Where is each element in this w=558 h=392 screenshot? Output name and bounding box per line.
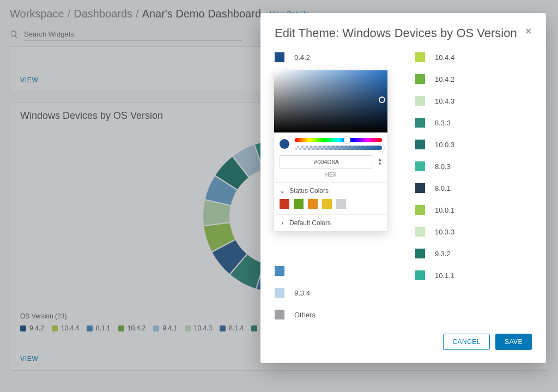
color-swatch[interactable] <box>415 205 425 215</box>
color-swatch[interactable] <box>415 227 425 237</box>
color-swatch[interactable] <box>415 74 425 84</box>
cancel-button[interactable]: CANCEL <box>443 334 490 350</box>
saturation-cursor[interactable] <box>379 97 385 103</box>
chevron-down-icon: ⌄ <box>280 188 285 194</box>
theme-item-label: 8.0.1 <box>435 184 451 192</box>
theme-item[interactable]: 9.3.2 <box>415 249 508 258</box>
theme-item-label: 10.0.1 <box>435 206 454 214</box>
chevron-right-icon: › <box>280 220 285 226</box>
theme-item[interactable]: 8.0.1 <box>415 183 508 193</box>
theme-item[interactable]: 8.3.3 <box>415 118 508 128</box>
color-swatch[interactable] <box>275 266 284 276</box>
theme-item-label: 9.4.2 <box>294 53 310 62</box>
status-swatches <box>274 199 387 214</box>
theme-right-column: 10.4.410.4.210.4.38.3.310.0.38.0.38.0.11… <box>415 52 508 319</box>
modal-title: Edit Theme: Windows Devices by OS Versio… <box>275 26 517 40</box>
theme-item-label: Others <box>294 311 316 319</box>
theme-item[interactable]: 10.4.4 <box>415 52 508 62</box>
theme-item[interactable]: 10.4.2 <box>415 74 508 84</box>
color-swatch[interactable] <box>415 96 425 106</box>
chevron-down-icon[interactable]: ▼ <box>378 162 382 166</box>
save-button[interactable]: SAVE <box>495 334 532 350</box>
color-swatch[interactable] <box>275 52 284 62</box>
theme-item[interactable] <box>275 266 393 276</box>
theme-item[interactable]: 10.0.1 <box>415 205 508 215</box>
picker-preview-dot <box>280 139 289 149</box>
saturation-area[interactable] <box>274 70 387 132</box>
status-swatch[interactable] <box>336 199 346 209</box>
color-swatch[interactable] <box>415 183 425 193</box>
alpha-slider[interactable] <box>295 146 382 150</box>
status-swatch[interactable] <box>308 199 318 209</box>
close-icon[interactable]: ✕ <box>525 26 532 37</box>
hex-input[interactable] <box>280 155 373 168</box>
color-swatch[interactable] <box>415 140 425 149</box>
color-swatch[interactable] <box>275 288 284 298</box>
color-swatch[interactable] <box>415 161 425 171</box>
theme-item[interactable]: 10.4.3 <box>415 96 508 106</box>
theme-item-label: 10.4.2 <box>435 75 454 83</box>
theme-item-label: 10.1.1 <box>435 272 454 280</box>
color-swatch[interactable] <box>415 249 425 258</box>
color-swatch[interactable] <box>415 118 425 128</box>
theme-item[interactable]: 10.0.3 <box>415 140 508 149</box>
color-swatch[interactable] <box>415 270 425 280</box>
theme-item-label: 10.4.4 <box>435 53 454 62</box>
theme-item[interactable]: 10.3.3 <box>415 227 508 237</box>
edit-theme-modal: Edit Theme: Windows Devices by OS Versio… <box>260 13 546 363</box>
theme-item[interactable]: Others <box>275 310 393 319</box>
color-swatch[interactable] <box>275 310 284 319</box>
theme-item-label: 9.3.4 <box>294 289 310 297</box>
theme-item-label: 9.3.2 <box>435 250 451 258</box>
theme-item[interactable]: 8.0.3 <box>415 161 508 171</box>
hue-slider[interactable] <box>295 138 382 142</box>
default-colors-section[interactable]: › Default Colors <box>274 214 387 231</box>
status-swatch[interactable] <box>294 199 304 209</box>
theme-item-label: 10.4.3 <box>435 97 454 105</box>
color-picker: ▲ ▼ HEX ⌄ Status Colors › Default Colors <box>274 70 388 232</box>
theme-item[interactable]: 10.1.1 <box>415 270 508 280</box>
color-swatch[interactable] <box>415 52 425 62</box>
theme-item-label: 10.3.3 <box>435 228 454 236</box>
theme-item[interactable]: 9.4.2 <box>275 52 393 62</box>
hex-label: HEX <box>274 172 387 178</box>
status-swatch[interactable] <box>280 199 289 209</box>
theme-item-label: 10.0.3 <box>435 141 454 149</box>
theme-item-label: 8.3.3 <box>435 119 451 127</box>
theme-item[interactable]: 9.3.4 <box>275 288 393 298</box>
status-swatch[interactable] <box>322 199 332 209</box>
status-colors-section[interactable]: ⌄ Status Colors <box>274 182 387 199</box>
theme-item-label: 8.0.3 <box>435 162 451 171</box>
format-spinner[interactable]: ▲ ▼ <box>378 158 382 166</box>
